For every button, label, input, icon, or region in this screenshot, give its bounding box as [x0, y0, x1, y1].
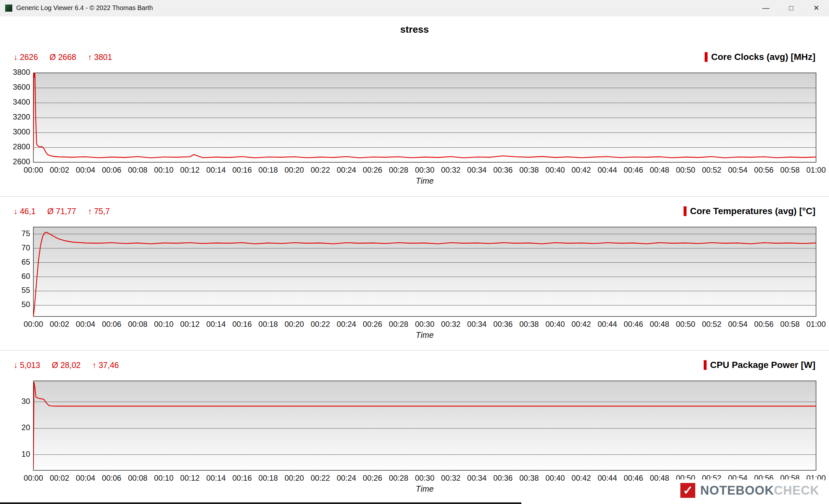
svg-text:00:20: 00:20: [285, 166, 304, 174]
svg-text:00:26: 00:26: [363, 166, 382, 174]
svg-text:00:30: 00:30: [415, 320, 434, 328]
svg-text:00:46: 00:46: [624, 166, 643, 174]
core-clocks-panel: ↓ 2626 Ø 2668 ↑ 3801 Core Clocks (avg) […: [0, 42, 829, 196]
svg-text:65: 65: [22, 257, 30, 266]
svg-text:00:42: 00:42: [572, 166, 591, 174]
svg-text:3800: 3800: [13, 69, 30, 76]
svg-text:00:28: 00:28: [389, 320, 408, 328]
stat-min: ↓ 5,013: [13, 361, 40, 370]
svg-text:00:48: 00:48: [650, 474, 669, 482]
svg-text:70: 70: [22, 243, 30, 252]
svg-text:2600: 2600: [13, 157, 30, 166]
svg-text:00:30: 00:30: [415, 166, 434, 174]
svg-text:00:58: 00:58: [780, 166, 799, 174]
stat-avg: Ø 28,02: [52, 361, 81, 370]
svg-text:00:16: 00:16: [232, 166, 252, 174]
svg-text:00:36: 00:36: [493, 320, 513, 328]
svg-text:00:46: 00:46: [624, 320, 643, 328]
svg-text:00:34: 00:34: [467, 474, 487, 482]
svg-text:00:26: 00:26: [363, 474, 382, 482]
svg-text:00:34: 00:34: [467, 320, 487, 328]
svg-text:60: 60: [22, 272, 30, 281]
window-title: Generic Log Viewer 6.4 - © 2022 Thomas B…: [16, 4, 153, 12]
svg-text:00:02: 00:02: [50, 166, 69, 174]
watermark-check-text: CHECK: [774, 483, 819, 498]
svg-text:00:10: 00:10: [154, 474, 174, 482]
svg-text:00:38: 00:38: [519, 474, 539, 482]
svg-text:00:28: 00:28: [389, 166, 408, 174]
window-controls: — □ ✕: [753, 0, 829, 16]
svg-text:00:24: 00:24: [337, 474, 356, 482]
svg-text:00:08: 00:08: [128, 320, 147, 328]
svg-text:3600: 3600: [13, 82, 30, 91]
stats-row: ↓ 5,013 Ø 28,02 ↑ 37,46 CPU Package Powe…: [0, 358, 829, 372]
svg-text:00:34: 00:34: [467, 166, 487, 174]
core-temperatures-chart[interactable]: 50556065707500:0000:0200:0400:0600:0800:…: [0, 223, 829, 350]
svg-text:00:18: 00:18: [258, 474, 278, 482]
svg-text:00:22: 00:22: [311, 474, 330, 482]
minimize-button[interactable]: —: [753, 0, 779, 16]
page-title: stress: [400, 24, 429, 35]
svg-text:00:06: 00:06: [102, 474, 121, 482]
chart-title-marker: [705, 52, 708, 62]
chart-title-marker: [704, 360, 707, 370]
notebookcheck-logo-icon: ✓: [679, 482, 696, 499]
core-clocks-chart[interactable]: 260028003000320034003600380000:0000:0200…: [0, 69, 829, 195]
svg-text:00:48: 00:48: [650, 166, 669, 174]
svg-text:00:32: 00:32: [441, 320, 461, 328]
svg-text:00:50: 00:50: [676, 320, 695, 328]
svg-text:00:44: 00:44: [598, 320, 617, 328]
chart-title-wrap: Core Temperatures (avg) [°C]: [684, 206, 816, 216]
svg-text:30: 30: [22, 397, 30, 405]
svg-text:00:00: 00:00: [24, 320, 43, 328]
svg-text:00:32: 00:32: [441, 474, 461, 482]
svg-text:00:12: 00:12: [180, 166, 200, 174]
svg-text:00:44: 00:44: [598, 166, 617, 174]
stats-group: ↓ 2626 Ø 2668 ↑ 3801: [13, 52, 112, 62]
core-temperatures-panel: ↓ 46,1 Ø 71,77 ↑ 75,7 Core Temperatures …: [0, 196, 829, 350]
svg-text:00:20: 00:20: [285, 320, 304, 328]
stat-avg: Ø 2668: [49, 52, 76, 62]
x-axis-title: Time: [416, 484, 434, 493]
close-button[interactable]: ✕: [804, 0, 829, 16]
svg-text:00:50: 00:50: [676, 166, 695, 174]
app-window: Generic Log Viewer 6.4 - © 2022 Thomas B…: [0, 0, 829, 504]
svg-text:00:38: 00:38: [519, 166, 539, 174]
svg-text:00:40: 00:40: [545, 166, 565, 174]
svg-text:00:04: 00:04: [76, 320, 95, 328]
svg-text:00:52: 00:52: [702, 166, 721, 174]
svg-text:00:58: 00:58: [780, 320, 799, 328]
app-icon: [4, 4, 13, 12]
svg-text:10: 10: [22, 449, 30, 458]
svg-text:00:14: 00:14: [206, 166, 226, 174]
maximize-button[interactable]: □: [779, 0, 804, 16]
svg-text:3000: 3000: [13, 127, 30, 136]
page-header: stress: [0, 16, 829, 42]
svg-text:55: 55: [22, 286, 30, 294]
svg-text:00:56: 00:56: [754, 320, 773, 328]
svg-text:00:06: 00:06: [102, 320, 121, 328]
svg-text:00:18: 00:18: [258, 320, 278, 328]
svg-text:00:36: 00:36: [493, 474, 513, 482]
svg-text:00:40: 00:40: [545, 320, 565, 328]
svg-text:00:52: 00:52: [702, 320, 721, 328]
svg-text:20: 20: [22, 423, 30, 432]
title-bar: Generic Log Viewer 6.4 - © 2022 Thomas B…: [0, 0, 829, 16]
watermark-notebook-text: NOTEBOOK: [700, 483, 774, 498]
svg-text:00:10: 00:10: [154, 320, 174, 328]
svg-text:00:10: 00:10: [154, 166, 174, 174]
stat-max: ↑ 75,7: [88, 207, 110, 216]
notebookcheck-watermark: ✓ NOTEBOOK CHECK: [676, 479, 825, 501]
svg-text:00:12: 00:12: [180, 320, 200, 328]
plot-background: [33, 227, 816, 317]
svg-text:00:42: 00:42: [572, 320, 591, 328]
svg-text:00:22: 00:22: [311, 320, 330, 328]
svg-text:00:04: 00:04: [76, 474, 95, 482]
stat-min: ↓ 2626: [13, 52, 38, 62]
svg-text:00:36: 00:36: [493, 166, 513, 174]
stat-max: ↑ 37,46: [92, 361, 119, 370]
stats-group: ↓ 46,1 Ø 71,77 ↑ 75,7: [13, 207, 110, 216]
cpu-power-title: CPU Package Power [W]: [710, 360, 816, 370]
svg-text:00:08: 00:08: [128, 166, 147, 174]
svg-text:00:00: 00:00: [24, 474, 43, 482]
